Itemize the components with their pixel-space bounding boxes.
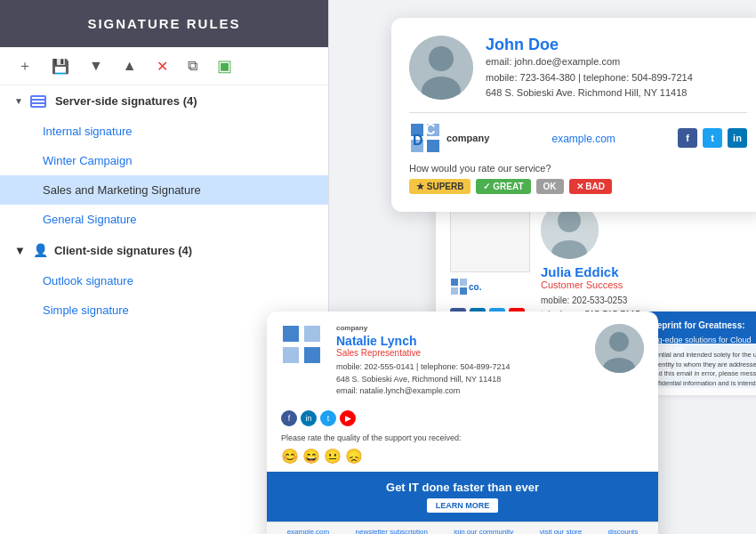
natalie-fb-icon[interactable]: f	[281, 410, 297, 426]
rate-superb-btn[interactable]: ★ SUPERB	[409, 179, 470, 194]
chevron-icon-2: ▼	[14, 244, 26, 257]
avatar-john	[409, 36, 473, 100]
rate-buttons: ★ SUPERB ✓ GREAT OK ✕ BAD	[409, 179, 747, 194]
john-footer: D C company example.com f t in	[409, 122, 747, 154]
cta-title: Get IT done faster than ever	[281, 481, 644, 494]
svg-text:D: D	[413, 133, 423, 148]
julia-title: Customer Success	[541, 279, 756, 290]
server-section-header[interactable]: ▼ Server-side signatures (4)	[0, 85, 328, 117]
natalie-rate-text: Please rate the quality of the support y…	[267, 433, 658, 448]
sidebar-item-internal[interactable]: Internal signature	[0, 117, 328, 146]
svg-text:co.: co.	[469, 282, 482, 292]
john-info: John Doe email: john.doe@example.com mob…	[486, 36, 693, 101]
natalie-top: company Natalie Lynch Sales Representati…	[267, 312, 658, 410]
server-section-label: Server-side signatures (4)	[55, 94, 197, 108]
tree-section: ▼ Server-side signatures (4) Internal si…	[0, 85, 328, 325]
julia-name: Julia Eddick	[541, 264, 756, 279]
preview-area: John Doe email: john.doe@example.com mob…	[320, 9, 756, 525]
panel-title: SIGNATURE RULES	[0, 0, 328, 47]
svg-point-1	[429, 46, 454, 71]
avatar-natalie	[595, 324, 644, 373]
company-name-label: company	[446, 133, 489, 143]
delete-button[interactable]: ✕	[153, 56, 172, 77]
footer-link-5[interactable]: discounts	[608, 528, 639, 535]
rate-section: How would you rate our service? ★ SUPERB…	[409, 163, 747, 194]
footer-link-3[interactable]: join our community	[454, 528, 513, 535]
rate-question: How would you rate our service?	[409, 163, 747, 174]
emoji-4[interactable]: 😞	[345, 448, 363, 465]
svg-rect-14	[460, 287, 467, 295]
add-button[interactable]: ＋	[14, 55, 36, 77]
rate-great-btn[interactable]: ✓ GREAT	[476, 179, 530, 194]
sidebar-item-outlook[interactable]: Outlook signature	[0, 266, 328, 295]
julia-logo-icon: co.	[450, 278, 486, 297]
natalie-li-icon[interactable]: in	[301, 410, 317, 426]
copy-button[interactable]: ⧉	[184, 56, 201, 76]
natalie-info: company Natalie Lynch Sales Representati…	[336, 324, 584, 398]
natalie-tw-icon[interactable]: t	[320, 410, 336, 426]
company-logo-icon: D C	[409, 122, 441, 154]
sidebar-item-winter[interactable]: Winter Campaign	[0, 146, 328, 175]
natalie-title: Sales Representative	[336, 348, 584, 358]
john-address: 648 S. Sobieski Ave. Richmond Hill, NY 1…	[486, 85, 693, 101]
move-down-button[interactable]: ▼	[85, 56, 107, 76]
emoji-2[interactable]: 😄	[302, 448, 320, 465]
card-john: John Doe email: john.doe@example.com mob…	[391, 18, 756, 212]
company-logo: D C company	[409, 122, 489, 154]
john-social-icons: f t in	[678, 128, 747, 148]
footer-link-2[interactable]: newsletter subscription	[356, 528, 428, 535]
svg-rect-23	[304, 347, 320, 363]
cta-banner: Get IT done faster than ever LEARN MORE	[267, 472, 658, 522]
client-section-label: Client-side signatures (4)	[54, 244, 192, 257]
svg-rect-7	[427, 140, 439, 152]
toolbar: ＋ 💾 ▼ ▲ ✕ ⧉ ▣	[0, 47, 328, 85]
footer-link-1[interactable]: example.com	[287, 528, 330, 535]
rate-ok-btn[interactable]: OK	[536, 179, 564, 194]
svg-point-17	[558, 209, 581, 232]
rate-bad-btn[interactable]: ✕ BAD	[569, 179, 612, 194]
person-icon	[33, 243, 47, 257]
facebook-icon[interactable]: f	[678, 128, 697, 148]
svg-text:C: C	[425, 122, 436, 137]
natalie-social-icons: f in t ▶	[267, 410, 658, 433]
natalie-logo-icon	[281, 324, 326, 368]
natalie-rate-row: 😊 😄 😐 😞	[267, 448, 658, 472]
natalie-footer: example.com newsletter subscription join…	[267, 522, 658, 535]
svg-point-25	[609, 332, 629, 352]
linkedin-icon[interactable]: in	[728, 128, 747, 148]
chevron-icon: ▼	[14, 96, 23, 106]
twitter-icon[interactable]: t	[703, 128, 722, 148]
save-button[interactable]: 💾	[48, 56, 73, 77]
john-email: email: john.doe@example.com	[486, 54, 693, 70]
server-section-icon	[30, 95, 46, 108]
svg-rect-13	[451, 287, 458, 295]
julia-blank-box	[450, 201, 530, 272]
john-website[interactable]: example.com	[551, 133, 615, 145]
footer-link-4[interactable]: visit our store	[540, 528, 583, 535]
natalie-details: mobile: 202-555-0141 | telephone: 504-89…	[336, 361, 584, 398]
client-section-header[interactable]: ▼ Client-side signatures (4)	[0, 234, 328, 266]
svg-rect-20	[283, 326, 299, 342]
card-natalie: company Natalie Lynch Sales Representati…	[267, 312, 658, 534]
svg-rect-12	[460, 279, 467, 286]
add-rule-button[interactable]: ▣	[213, 54, 236, 77]
john-name: John Doe	[486, 36, 693, 54]
emoji-1[interactable]: 😊	[281, 448, 299, 465]
emoji-3[interactable]: 😐	[324, 448, 342, 465]
natalie-name: Natalie Lynch	[336, 334, 584, 348]
svg-rect-21	[304, 326, 320, 342]
john-mobile: mobile: 723-364-380 | telephone: 504-899…	[486, 70, 693, 86]
cta-learn-more-btn[interactable]: LEARN MORE	[427, 498, 499, 513]
svg-rect-22	[283, 347, 299, 363]
sidebar-item-general[interactable]: General Signature	[0, 205, 328, 234]
natalie-yt-icon[interactable]: ▶	[340, 410, 356, 426]
sidebar-item-sales[interactable]: Sales and Marketing Signature	[0, 175, 328, 205]
svg-rect-11	[451, 279, 458, 286]
move-up-button[interactable]: ▲	[119, 56, 141, 76]
